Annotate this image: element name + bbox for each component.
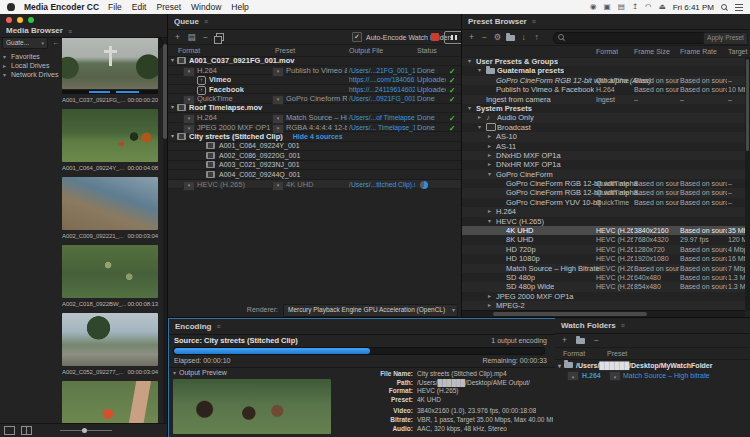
preset-row[interactable]: GoPro CineForm YUV 10-bitQuickTimeBased … xyxy=(462,198,745,207)
chevron-right-icon[interactable]: ▸ xyxy=(488,207,496,216)
accessibility-icon[interactable]: ◉ xyxy=(590,3,597,11)
pause-queue-button[interactable] xyxy=(444,31,461,44)
preset-row[interactable]: ▸DNxHR MXF OP1a xyxy=(462,160,745,169)
output-file-link[interactable]: /Users/...0921FG_001.mov xyxy=(349,94,415,103)
minimize-window-button[interactable] xyxy=(17,17,23,23)
preset-row[interactable]: ▸♪Audio Only xyxy=(462,113,745,122)
output-file-link[interactable]: /Users/...titched Clip).mp4 xyxy=(349,180,415,189)
preset-row[interactable]: ▾User Presets & Groups xyxy=(462,57,745,66)
preset-row[interactable]: SD 480pHEVC (H.265)640x480Based on sourc… xyxy=(462,273,745,282)
menu-item-edit[interactable]: Edit xyxy=(132,2,147,12)
notification-center-icon[interactable] xyxy=(735,4,743,11)
column-preset[interactable]: Preset xyxy=(275,45,295,56)
preset-row[interactable]: 8K UHDHEVC (H.265)7680x432029.97 fps120 … xyxy=(462,235,745,244)
output-file-link[interactable]: /Users/... Timelapse_1.mxf xyxy=(349,123,415,132)
chevron-right-icon[interactable]: ▸ xyxy=(488,292,496,301)
menu-app-name[interactable]: Media Encoder CC xyxy=(24,2,99,12)
output-file-link[interactable]: /Users/...21FG_001_1.mp4 xyxy=(349,66,415,75)
watch-output-preset[interactable]: Match Source – High bitrate xyxy=(623,371,710,381)
preset-row[interactable]: HD 720pHEVC (H.265)1280x720Based on sour… xyxy=(462,245,745,254)
column-target-rate[interactable]: Target Rate xyxy=(728,46,748,57)
queue-subclip-row[interactable]: A004_C002_09244Q_001 xyxy=(168,170,461,180)
chevron-down-icon[interactable]: ▾ xyxy=(488,217,496,226)
preset-row[interactable]: ▸H.264 xyxy=(462,207,745,216)
import-preset-icon[interactable]: ↓ xyxy=(518,32,529,43)
menu-item-help[interactable]: Help xyxy=(231,2,248,12)
preset-dropdown-chip[interactable]: ▾ xyxy=(272,181,284,191)
auto-encode-checkbox[interactable]: ✓ xyxy=(352,32,362,42)
preset-row[interactable]: ▸AS-11 xyxy=(462,142,745,151)
preset-row[interactable]: 4K UHDHEVC (H.265)3840x2160Based on sour… xyxy=(462,226,745,235)
preset-row[interactable]: ▸AS-10 xyxy=(462,132,745,141)
chat-icon[interactable]: ▣ xyxy=(604,3,611,11)
clip-thumbnail[interactable] xyxy=(62,313,158,366)
chevron-right-icon[interactable]: ▸ xyxy=(3,62,8,69)
menu-item-window[interactable]: Window xyxy=(191,2,221,12)
queue-tab[interactable]: Queue ≡ xyxy=(168,14,461,30)
menu-item-file[interactable]: File xyxy=(108,2,122,12)
preset-row[interactable]: ▸DNxHD MXF OP1a xyxy=(462,151,745,160)
output-file-link[interactable]: https://....com/184066142 xyxy=(349,75,415,84)
output-preset[interactable]: GoPro Cineform RGB 12... xyxy=(286,94,347,103)
chevron-right-icon[interactable]: ▸ xyxy=(488,160,496,169)
column-format[interactable]: Format xyxy=(596,46,618,57)
preset-row[interactable]: GoPro CineForm RGB 12-bit with alphaQuic… xyxy=(462,179,745,188)
queue-subclip-row[interactable]: A002_C086_09220G_001 xyxy=(168,151,461,161)
preset-row[interactable]: ▾Guatemala presets xyxy=(462,66,745,75)
chevron-down-icon[interactable]: ▾ xyxy=(171,132,174,141)
thumbnail-size-slider[interactable] xyxy=(60,427,112,434)
preset-row[interactable]: Match Source – High BitrateHEVC (H.265)B… xyxy=(462,264,745,273)
preset-row[interactable]: GoPro CineForm RGB 12-bit with alpha...Q… xyxy=(462,188,745,197)
queue-output-row[interactable]: ▾H.264▾Match Source – High bitr.../Users… xyxy=(168,113,461,123)
media-clip[interactable]: A002_C018_0922BW_...00:00:08:13 xyxy=(62,245,158,308)
chevron-down-icon[interactable]: ▾ xyxy=(478,123,486,132)
queue-source-row[interactable]: ▾Roof Timelapse.mov xyxy=(168,104,461,114)
column-status[interactable]: Status xyxy=(417,45,437,56)
output-format[interactable]: HEVC (H.265) xyxy=(197,180,270,189)
watch-folder-row[interactable]: ▾ /Users/██████/Desktop/MyWatchFolder xyxy=(555,360,750,370)
eject-icon[interactable]: ⏏ xyxy=(659,3,666,11)
output-preset[interactable]: Publish to Vimeo & Face... xyxy=(286,66,347,75)
add-source-button[interactable]: + xyxy=(172,32,183,43)
chevron-right-icon[interactable]: ▸ xyxy=(488,142,496,151)
remove-button[interactable]: − xyxy=(200,32,211,43)
preset-row[interactable]: ▸JPEG 2000 MXF OP1a xyxy=(462,292,745,301)
preset-row[interactable]: Publish to Vimeo & FacebookH.264Based on… xyxy=(462,85,745,94)
menu-clock[interactable]: Fri 6:41 PM xyxy=(673,3,714,12)
queue-source-row[interactable]: ▾City streets (Stitched Clip)Hide 4 sour… xyxy=(168,132,461,142)
export-preset-icon[interactable]: ↑ xyxy=(531,32,542,43)
spotlight-search-icon[interactable] xyxy=(721,4,728,11)
clip-thumbnail[interactable] xyxy=(62,245,158,298)
duplicate-button[interactable] xyxy=(214,32,225,43)
sidebar-item-favorites[interactable]: ▾Favorites xyxy=(0,52,60,61)
queue-output-row[interactable]: ▾JPEG 2000 MXF OP1a▾RGBA 4:4:4:4 12-bit … xyxy=(168,123,461,133)
format-dropdown-chip[interactable]: ▾ xyxy=(183,181,195,191)
clip-thumbnail[interactable] xyxy=(62,177,158,230)
panel-menu-icon[interactable]: ≡ xyxy=(68,28,72,35)
zoom-window-button[interactable] xyxy=(28,17,34,23)
create-preset-button[interactable]: + xyxy=(466,32,477,43)
list-view-icon[interactable] xyxy=(4,426,15,435)
clip-scrubber[interactable] xyxy=(62,90,158,94)
apply-preset-button[interactable]: Apply Preset xyxy=(703,32,748,45)
watch-folders-tab[interactable]: Watch Folders ≡ xyxy=(555,318,750,334)
queue-subclip-row[interactable]: A003_C021_0923NJ_001 xyxy=(168,161,461,171)
hide-sources-link[interactable]: Hide 4 sources xyxy=(293,132,343,141)
chevron-down-icon[interactable]: ▾ xyxy=(468,104,476,113)
apple-menu-icon[interactable] xyxy=(7,3,15,11)
preset-row[interactable]: ▾System Presets xyxy=(462,104,745,113)
preset-dropdown-chip[interactable]: ▾ xyxy=(609,371,621,381)
remove-watch-folder-button[interactable]: − xyxy=(591,335,602,346)
remove-preset-button[interactable]: − xyxy=(479,32,490,43)
queue-output-row[interactable]: ↑Facebookhttps://...24119614602283Upload… xyxy=(168,85,461,95)
preset-row[interactable]: ▾GoPro CineForm xyxy=(462,170,745,179)
output-preview-toggle[interactable]: ▾ Output Preview xyxy=(173,369,227,376)
column-format[interactable]: Format xyxy=(178,45,200,56)
upload-arrow-icon[interactable]: ↥ xyxy=(632,3,638,11)
column-frame-size[interactable]: Frame Size xyxy=(634,46,670,57)
output-preset[interactable]: RGBA 4:4:4:4 12-bit (BC... xyxy=(286,123,347,132)
output-file-link[interactable]: /Users/...of Timelapse.mp4 xyxy=(349,113,415,122)
queue-subclip-row[interactable]: A001_C064_09224Y_001 xyxy=(168,142,461,152)
panel-menu-icon[interactable]: ≡ xyxy=(216,323,220,330)
output-format[interactable]: H.264 xyxy=(197,113,270,122)
